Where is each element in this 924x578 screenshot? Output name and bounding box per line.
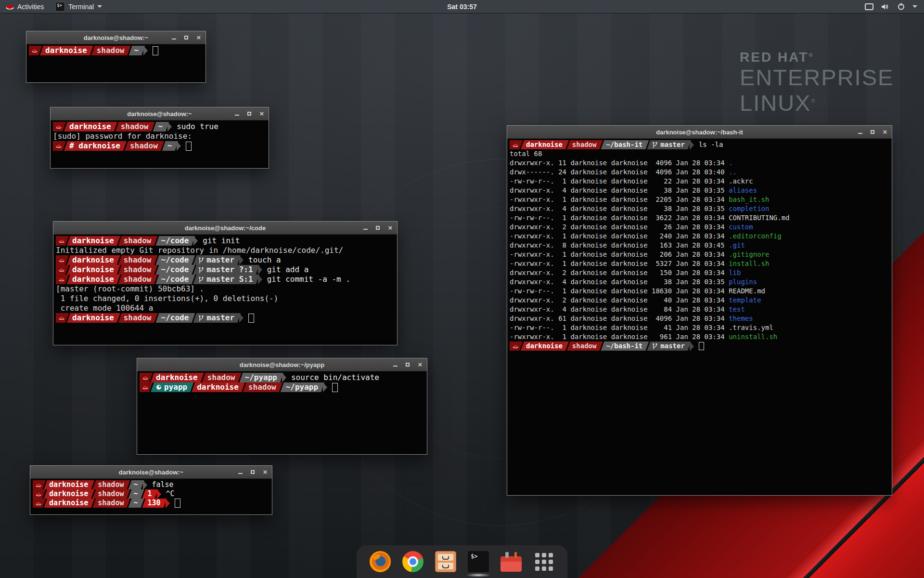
file-attrs: drwxrwxr-x. 11 darknoise darknoise 4096 … [510,159,729,167]
terminal-content[interactable]: darknoiseshadow~/bash-itmasterls -latota… [507,139,892,352]
app-grid-icon[interactable] [533,551,555,573]
window-title: darknoise@shadow:~/bash-it [507,129,892,136]
caret-down-icon[interactable] [912,5,917,8]
terminal-content[interactable]: darknoiseshadow~sudo true[sudo] password… [51,120,269,152]
file-attrs: -rwxrwxr-x. 1 darknoise darknoise 2205 J… [510,196,729,203]
minimize-button[interactable] [857,129,863,135]
toolbox-icon[interactable] [500,551,522,573]
prompt-segment-user: darknoise [192,382,245,392]
terminal-output-line: [sudo] password for darknoise: [53,131,266,141]
close-button[interactable]: × [196,35,202,40]
firefox-icon[interactable] [369,551,391,573]
terminal-output-line: create mode 100644 a [56,303,395,313]
command-text: git add a [267,265,309,275]
window-title: darknoise@shadow:~/code [53,224,397,232]
terminal-prompt-line: darknoiseshadow~1^C [33,489,270,499]
maximize-glyph [247,112,251,116]
maximize-button[interactable] [183,35,189,40]
terminal-window[interactable]: darknoise@shadow:~×darknoiseshadow~ [26,31,206,83]
minimize-button[interactable] [171,35,177,40]
window-buttons: × [234,107,265,120]
window-titlebar[interactable]: darknoise@shadow:~/code× [53,222,397,235]
terminal-cursor[interactable] [332,383,338,392]
terminal-window[interactable]: darknoise@shadow:~/pyapp×darknoiseshadow… [137,358,427,455]
terminal-prompt-line: darknoiseshadow~/codemastertouch a [56,255,395,265]
maximize-button[interactable] [246,111,252,117]
close-button[interactable]: × [262,469,268,475]
git-branch-icon [198,267,204,273]
close-button[interactable]: × [259,111,265,117]
terminal-content[interactable]: darknoiseshadow~ [26,44,205,57]
terminal-content[interactable]: darknoiseshadow~/codegit initInitialized… [53,235,397,324]
prompt-os-chip [510,140,523,149]
prompt-segment-exit: 130 [142,499,167,508]
terminal-prompt-line: darknoiseshadow~/codemaster S:1git commi… [56,275,395,284]
prompt-os-chip [510,342,523,351]
window-titlebar[interactable]: darknoise@shadow:~/pyapp× [137,358,427,371]
file-name: themes [729,315,753,322]
command-text: git init [203,236,240,246]
minimize-button[interactable] [237,469,243,475]
window-titlebar[interactable]: darknoise@shadow:~× [30,466,272,479]
redhat-icon [142,375,148,380]
redhat-icon [142,385,148,390]
terminal-window[interactable]: darknoise@shadow:~×darknoiseshadow~false… [30,465,272,515]
command-text: ^C [166,489,175,499]
maximize-button[interactable] [405,362,411,368]
terminal-prompt-line: darknoiseshadow~/bash-itmasterls -la [510,140,889,149]
terminal-window[interactable]: darknoise@shadow:~×darknoiseshadow~sudo … [50,107,269,169]
file-attrs: drwxrwxr-x. 4 darknoise darknoise 84 Jan… [510,305,729,313]
terminal-output-line: [master (root-commit) 50bcb63] . [56,284,395,294]
file-list-row: drwxrwxr-x. 4 darknoise darknoise 38 Jan… [510,277,889,287]
terminal-cursor[interactable] [186,142,192,151]
prompt-segment-user: darknoise [64,122,117,131]
file-list-row: drwxrwxr-x. 2 darknoise darknoise 26 Jan… [510,223,889,232]
prompt-os-chip [53,141,66,151]
maximize-button[interactable] [375,225,381,231]
window-buttons: × [237,466,268,478]
file-name: README.md [729,287,765,295]
close-button[interactable]: × [417,362,423,368]
maximize-button[interactable] [250,469,256,475]
prompt-os-chip [29,46,42,55]
minimize-button[interactable] [392,362,398,368]
window-titlebar[interactable]: darknoise@shadow:~/bash-it× [507,126,892,139]
prompt-segment-host: shadow [116,122,155,131]
prompt-segment-user: darknoise [40,46,93,55]
volume-icon[interactable] [881,3,890,10]
close-button[interactable]: × [882,129,888,135]
terminal-window[interactable]: darknoise@shadow:~/code×darknoiseshadow~… [53,221,398,345]
close-button[interactable]: × [387,225,393,231]
terminal-cursor[interactable] [175,499,180,508]
prompt-segment-user: darknoise [67,313,120,323]
prompt-segment-dir: ~/pyapp [281,382,324,392]
terminal-window[interactable]: darknoise@shadow:~/bash-it×darknoiseshad… [507,125,892,496]
power-icon[interactable] [898,3,905,10]
window-titlebar[interactable]: darknoise@shadow:~× [51,107,269,120]
command-text: source bin/activate [291,373,379,382]
terminal-cursor[interactable] [153,46,158,55]
terminal-prompt-line: pyappdarknoiseshadow~/pyapp [140,382,424,392]
terminal-icon[interactable]: $> [467,551,489,573]
terminal-cursor[interactable] [248,314,254,323]
file-manager-icon[interactable] [435,551,457,573]
maximize-button[interactable] [870,129,875,135]
terminal-content[interactable]: darknoiseshadow~/pyappsource bin/activat… [137,371,427,394]
clock[interactable]: Sat 03:57 [0,3,924,11]
terminal-content[interactable]: darknoiseshadow~falsedarknoiseshadow~1^C… [30,479,272,509]
minimize-glyph [393,366,398,367]
terminal-cursor[interactable] [699,342,704,350]
file-list-row: -rw-rw-r--. 1 darknoise darknoise 3622 J… [510,213,889,223]
terminal-prompt-line: darknoiseshadow~/codemaster [56,313,395,323]
redhat-icon [59,315,64,320]
chrome-icon[interactable] [402,551,424,573]
minimize-button[interactable] [362,225,368,231]
display-icon[interactable] [865,3,873,10]
git-branch-icon [652,142,658,148]
prompt-segment-user: darknoise [521,140,569,149]
terminal-prompt-line: darknoiseshadow~ [29,46,203,55]
command-text: sudo true [177,122,218,131]
file-list-row: -rwxrwxr-x. 1 darknoise darknoise 206 Ja… [510,250,889,259]
minimize-button[interactable] [234,111,240,117]
window-titlebar[interactable]: darknoise@shadow:~× [26,31,205,44]
